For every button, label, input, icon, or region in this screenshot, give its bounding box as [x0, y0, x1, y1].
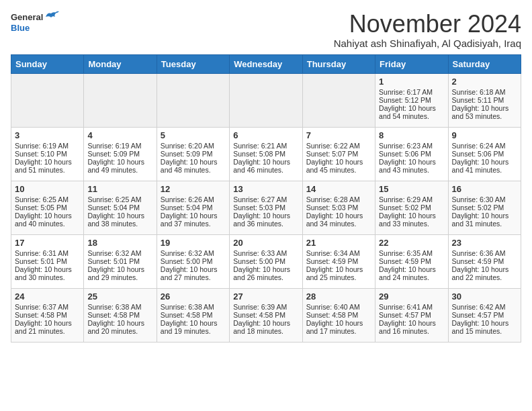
cell-info-line: Daylight: 10 hours	[452, 265, 517, 273]
header: General Blue November 2024 Nahiyat ash S…	[11, 11, 521, 49]
day-number: 18	[87, 238, 152, 248]
logo-general: General	[11, 12, 43, 22]
cell-info-line: Sunrise: 6:41 AM	[379, 303, 444, 311]
cell-info-line: Sunrise: 6:39 AM	[233, 303, 298, 311]
cell-info-line: Daylight: 10 hours	[87, 319, 152, 327]
cell-info-line: and 34 minutes.	[306, 220, 371, 228]
day-number: 24	[15, 291, 80, 302]
day-number: 1	[379, 77, 444, 87]
cell-info-line: Daylight: 10 hours	[161, 319, 226, 327]
logo: General Blue	[11, 11, 59, 33]
cell-info-line: Sunrise: 6:19 AM	[15, 142, 80, 150]
day-number: 29	[379, 291, 444, 302]
calendar-cell: 8Sunrise: 6:23 AMSunset: 5:06 PMDaylight…	[375, 127, 448, 181]
cell-info-line: and 30 minutes.	[15, 273, 80, 281]
location-title: Nahiyat ash Shinafiyah, Al Qadisiyah, Ir…	[334, 38, 521, 49]
weekday-header-wednesday: Wednesday	[230, 54, 302, 73]
day-number: 10	[15, 184, 80, 194]
day-number: 26	[161, 291, 226, 302]
calendar-cell	[302, 73, 375, 127]
cell-info-line: Daylight: 10 hours	[233, 158, 298, 166]
calendar-cell	[11, 73, 84, 127]
cell-info-line: Sunrise: 6:18 AM	[452, 88, 517, 96]
cell-info-line: Sunrise: 6:28 AM	[306, 195, 371, 203]
calendar-cell: 23Sunrise: 6:36 AMSunset: 4:59 PMDayligh…	[448, 234, 521, 288]
cell-info-line: Sunrise: 6:37 AM	[15, 303, 80, 311]
cell-info-line: Sunset: 5:04 PM	[161, 203, 226, 212]
calendar-cell: 6Sunrise: 6:21 AMSunset: 5:08 PMDaylight…	[230, 127, 302, 181]
cell-info-line: and 17 minutes.	[306, 327, 371, 335]
cell-info-line: Sunset: 5:06 PM	[452, 150, 517, 158]
day-number: 25	[87, 291, 152, 302]
cell-info-line: Daylight: 10 hours	[15, 212, 80, 220]
cell-info-line: Sunset: 4:59 PM	[306, 257, 371, 265]
cell-info-line: Daylight: 10 hours	[452, 212, 517, 220]
calendar-cell: 24Sunrise: 6:37 AMSunset: 4:58 PMDayligh…	[11, 288, 84, 342]
cell-info-line: Daylight: 10 hours	[161, 158, 226, 166]
cell-info-line: Sunrise: 6:34 AM	[306, 249, 371, 257]
cell-info-line: Sunrise: 6:22 AM	[306, 142, 371, 150]
cell-info-line: Daylight: 10 hours	[379, 265, 444, 273]
cell-info-line: Daylight: 10 hours	[306, 265, 371, 273]
day-number: 27	[233, 291, 298, 302]
cell-info-line: Sunset: 5:02 PM	[379, 203, 444, 212]
week-row-3: 10Sunrise: 6:25 AMSunset: 5:05 PMDayligh…	[11, 181, 521, 234]
calendar-cell: 10Sunrise: 6:25 AMSunset: 5:05 PMDayligh…	[11, 181, 84, 234]
cell-info-line: Sunrise: 6:31 AM	[15, 249, 80, 257]
cell-info-line: Daylight: 10 hours	[452, 319, 517, 327]
cell-info-line: and 43 minutes.	[379, 166, 444, 174]
calendar-cell	[230, 73, 302, 127]
cell-info-line: Daylight: 10 hours	[306, 319, 371, 327]
cell-info-line: Sunset: 4:59 PM	[452, 257, 517, 265]
day-number: 21	[306, 238, 371, 248]
cell-info-line: Sunrise: 6:32 AM	[87, 249, 152, 257]
calendar-cell: 28Sunrise: 6:40 AMSunset: 4:58 PMDayligh…	[302, 288, 375, 342]
day-number: 2	[452, 77, 517, 87]
cell-info-line: and 53 minutes.	[452, 112, 517, 120]
cell-info-line: Sunrise: 6:36 AM	[452, 249, 517, 257]
logo-blue: Blue	[11, 23, 59, 33]
cell-info-line: Sunset: 4:58 PM	[161, 311, 226, 319]
cell-info-line: Sunset: 5:00 PM	[161, 257, 226, 265]
cell-info-line: Daylight: 10 hours	[87, 158, 152, 166]
cell-info-line: Sunset: 4:58 PM	[15, 311, 80, 319]
cell-info-line: Daylight: 10 hours	[15, 265, 80, 273]
month-title: November 2024	[334, 11, 521, 38]
day-number: 23	[452, 238, 517, 248]
cell-info-line: Sunrise: 6:29 AM	[379, 195, 444, 203]
cell-info-line: Daylight: 10 hours	[233, 319, 298, 327]
cell-info-line: Sunset: 5:10 PM	[15, 150, 80, 158]
calendar-cell: 18Sunrise: 6:32 AMSunset: 5:01 PMDayligh…	[84, 234, 157, 288]
cell-info-line: Sunrise: 6:27 AM	[233, 195, 298, 203]
calendar-cell: 12Sunrise: 6:26 AMSunset: 5:04 PMDayligh…	[157, 181, 229, 234]
cell-info-line: Sunrise: 6:25 AM	[15, 195, 80, 203]
day-number: 6	[233, 130, 298, 140]
week-row-5: 24Sunrise: 6:37 AMSunset: 4:58 PMDayligh…	[11, 288, 521, 342]
cell-info-line: Daylight: 10 hours	[379, 319, 444, 327]
calendar-cell: 16Sunrise: 6:30 AMSunset: 5:02 PMDayligh…	[448, 181, 521, 234]
calendar-cell: 27Sunrise: 6:39 AMSunset: 4:58 PMDayligh…	[230, 288, 302, 342]
day-number: 12	[161, 184, 226, 194]
cell-info-line: Sunset: 4:57 PM	[452, 311, 517, 319]
calendar-cell: 2Sunrise: 6:18 AMSunset: 5:11 PMDaylight…	[448, 73, 521, 127]
cell-info-line: Sunset: 4:57 PM	[379, 311, 444, 319]
day-number: 13	[233, 184, 298, 194]
calendar-cell: 15Sunrise: 6:29 AMSunset: 5:02 PMDayligh…	[375, 181, 448, 234]
calendar-cell: 13Sunrise: 6:27 AMSunset: 5:03 PMDayligh…	[230, 181, 302, 234]
cell-info-line: Sunrise: 6:32 AM	[161, 249, 226, 257]
weekday-header-row: SundayMondayTuesdayWednesdayThursdayFrid…	[11, 54, 521, 73]
day-number: 16	[452, 184, 517, 194]
cell-info-line: and 49 minutes.	[87, 166, 152, 174]
cell-info-line: and 27 minutes.	[161, 273, 226, 281]
calendar-cell: 26Sunrise: 6:38 AMSunset: 4:58 PMDayligh…	[157, 288, 229, 342]
cell-info-line: Sunrise: 6:33 AM	[233, 249, 298, 257]
cell-info-line: Sunset: 5:00 PM	[233, 257, 298, 265]
weekday-header-thursday: Thursday	[302, 54, 375, 73]
calendar-cell: 30Sunrise: 6:42 AMSunset: 4:57 PMDayligh…	[448, 288, 521, 342]
cell-info-line: Daylight: 10 hours	[306, 158, 371, 166]
cell-info-line: Daylight: 10 hours	[87, 212, 152, 220]
calendar-table: SundayMondayTuesdayWednesdayThursdayFrid…	[11, 54, 521, 342]
day-number: 19	[161, 238, 226, 248]
calendar-cell: 11Sunrise: 6:25 AMSunset: 5:04 PMDayligh…	[84, 181, 157, 234]
calendar-cell: 3Sunrise: 6:19 AMSunset: 5:10 PMDaylight…	[11, 127, 84, 181]
